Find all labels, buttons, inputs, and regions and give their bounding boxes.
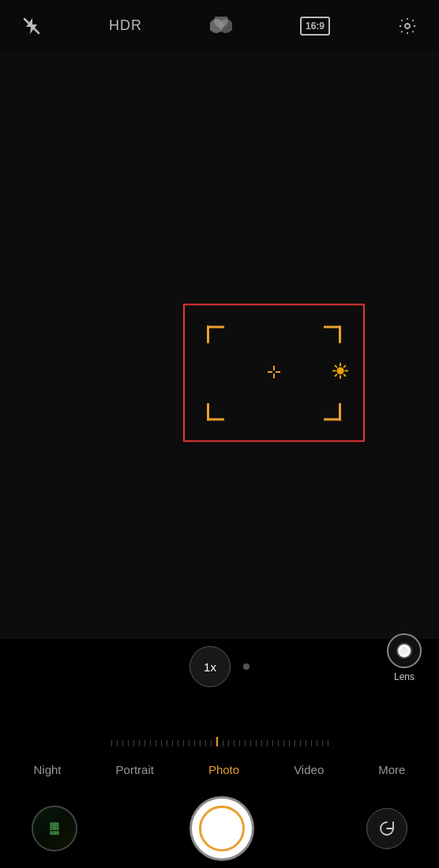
ruler-ticks (0, 737, 439, 746)
zoom-area: 1x (0, 639, 439, 694)
brightness-sun-icon[interactable] (332, 362, 349, 384)
mode-tab-photo[interactable]: Photo (201, 757, 247, 783)
tick (239, 740, 240, 746)
tick (161, 740, 162, 746)
gallery-thumbnail[interactable]: ████████████ (32, 806, 77, 851)
zoom-1x-button[interactable]: 1x (189, 646, 231, 687)
svg-line-18 (336, 374, 337, 376)
tick (122, 740, 123, 746)
tick (178, 740, 178, 746)
tick (328, 740, 328, 746)
tick (156, 740, 156, 746)
tick (261, 740, 262, 746)
tick (211, 740, 212, 746)
color-filter-button[interactable] (210, 17, 232, 36)
tick (295, 740, 295, 746)
svg-point-10 (336, 366, 343, 374)
corner-bl (207, 403, 224, 420)
tick (150, 740, 151, 746)
tick (311, 740, 312, 746)
svg-point-5 (405, 24, 410, 28)
tick (167, 740, 167, 746)
tick (183, 740, 184, 746)
viewfinder[interactable] (0, 51, 439, 694)
lens-inner-circle (398, 644, 411, 657)
hdr-button[interactable]: HDR (109, 17, 142, 34)
corner-tr (324, 325, 341, 343)
tick (117, 740, 118, 746)
tick-center (216, 737, 218, 746)
mode-tab-night[interactable]: Night (26, 757, 69, 783)
tick (189, 740, 189, 746)
tick (278, 740, 279, 746)
tick (250, 740, 251, 746)
tick (194, 740, 195, 746)
top-toolbar: HDR 16:9 (0, 0, 439, 51)
tick (289, 740, 290, 746)
tick (283, 740, 284, 746)
tick (228, 740, 229, 746)
lens-label: Lens (394, 671, 415, 682)
tick (172, 740, 173, 746)
focus-inner (207, 325, 341, 420)
mode-tab-video[interactable]: Video (286, 757, 332, 783)
bottom-controls: ████████████ (0, 789, 439, 868)
focus-box (183, 304, 365, 442)
tick (111, 740, 112, 746)
tick (245, 740, 246, 746)
lens-button[interactable]: Lens (387, 633, 422, 682)
thumbnail-image: ████████████ (33, 807, 76, 850)
lens-icon (387, 633, 422, 668)
tick (200, 740, 201, 746)
shutter-inner (199, 806, 245, 851)
tick (139, 740, 140, 746)
settings-button[interactable] (398, 17, 417, 36)
aspect-ratio-button[interactable]: 16:9 (300, 17, 330, 36)
tick (306, 740, 306, 746)
zoom-dot (243, 663, 250, 670)
mode-tabs: Night Portrait Photo Video More (0, 750, 439, 789)
svg-line-16 (344, 374, 346, 376)
tick (272, 740, 273, 746)
tick (133, 740, 134, 746)
tick (128, 740, 129, 746)
svg-line-15 (336, 366, 337, 367)
tick (317, 740, 317, 746)
flash-button[interactable] (22, 17, 41, 36)
tick (256, 740, 257, 746)
svg-line-17 (344, 366, 346, 367)
tick (300, 740, 301, 746)
tick (205, 740, 206, 746)
flip-camera-button[interactable] (366, 808, 407, 849)
tick (267, 740, 268, 746)
tick (322, 740, 323, 746)
mode-tab-portrait[interactable]: Portrait (108, 757, 162, 783)
mode-ruler (0, 734, 439, 750)
corner-br (324, 403, 341, 420)
shutter-button[interactable] (192, 798, 252, 859)
mode-tab-more[interactable]: More (370, 757, 413, 783)
tick (144, 740, 145, 746)
focus-crosshair (266, 364, 282, 382)
tick (234, 740, 235, 746)
tick (223, 740, 223, 746)
corner-tl (207, 325, 224, 343)
